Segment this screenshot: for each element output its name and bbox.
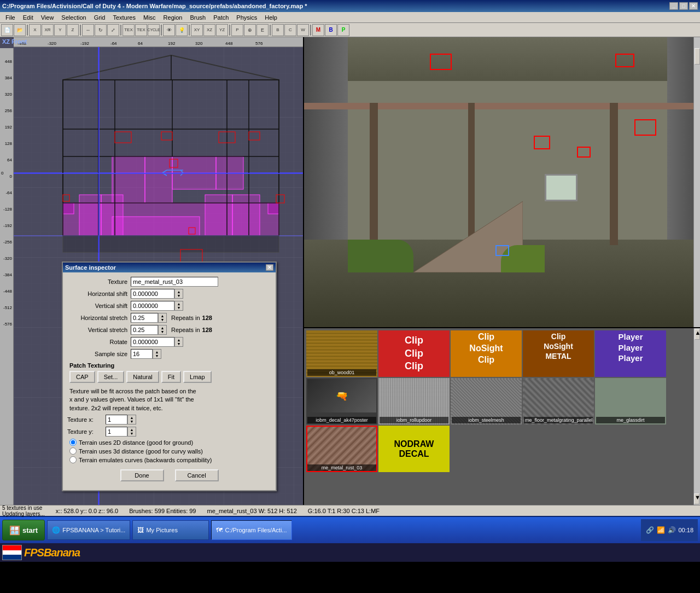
texture-clip[interactable]: ClipClipClip	[378, 330, 450, 377]
si-vshift-input[interactable]: 0.000000	[131, 301, 174, 311]
clip-nosight-text: ClipNoSightClip	[452, 332, 521, 365]
menu-patch[interactable]: Patch	[210, 14, 232, 21]
si-texx-input[interactable]: 1	[106, 415, 127, 425]
menu-help[interactable]: Help	[261, 14, 281, 21]
texture-metal-rust-03[interactable]: me_metal_rust_03	[306, 426, 377, 472]
si-lmap-button[interactable]: Lmap	[183, 371, 212, 383]
si-rotate-spin-btn[interactable]: ▲▼	[174, 337, 183, 347]
menu-file[interactable]: File	[2, 14, 19, 21]
toolbar-xy[interactable]: XY	[191, 24, 203, 36]
menu-misc[interactable]: Misc	[140, 14, 159, 21]
toolbar-brush[interactable]: B	[272, 24, 284, 36]
si-fit-button[interactable]: Fit	[161, 371, 181, 383]
si-hshift-spin-btn[interactable]: ▲▼	[174, 289, 183, 299]
texture-glassdirt[interactable]: me_glassdirt	[595, 378, 666, 425]
texture-ak47[interactable]: 🔫 iobm_decal_ak47poster	[306, 378, 377, 425]
fps-logo: FPSBanana	[2, 545, 80, 560]
toolbar-tex[interactable]: TEX	[122, 24, 135, 36]
menu-edit[interactable]: Edit	[20, 14, 37, 21]
toolbar-clip[interactable]: C	[284, 24, 296, 36]
minimize-button[interactable]: _	[669, 2, 678, 10]
menu-region[interactable]: Region	[160, 14, 186, 21]
si-radio1[interactable]	[69, 439, 77, 446]
toolbar-yz[interactable]: YZ	[216, 24, 228, 36]
scrollbar-arrow-down-texture[interactable]: ▼	[694, 493, 699, 504]
si-hstretch-spin-btn[interactable]: ▲▼	[158, 313, 167, 323]
taskbar-pictures[interactable]: 🖼 My Pictures	[132, 520, 209, 540]
toolbar-new[interactable]: 📄	[1, 24, 13, 36]
si-texy-input[interactable]: 1	[106, 427, 127, 437]
texture-clip-nosight-metal[interactable]: ClipNoSightMETAL	[523, 330, 594, 377]
si-done-button[interactable]: Done	[120, 469, 164, 481]
menu-view[interactable]: View	[38, 14, 57, 21]
toolbar-open[interactable]: 📂	[14, 24, 26, 36]
toolbar-p2[interactable]: P	[337, 24, 349, 36]
si-set-button[interactable]: Set...	[97, 371, 125, 383]
si-cap-button[interactable]: CAP	[69, 371, 95, 383]
si-samplesize-input[interactable]: 16	[131, 349, 153, 359]
si-hshift-input[interactable]: 0.000000	[131, 289, 174, 299]
si-rotate-input[interactable]: 0.000000	[131, 337, 174, 347]
si-cancel-button[interactable]: Cancel	[175, 469, 219, 481]
si-texture-input[interactable]	[131, 277, 218, 287]
si-patch-buttons: CAP Set... Natural Fit Lmap	[67, 371, 271, 383]
toolbar-patch[interactable]: P	[231, 24, 243, 36]
menu-physics[interactable]: Physics	[233, 14, 260, 21]
si-vstretch-input[interactable]: 0.25	[131, 325, 158, 335]
toolbar-entity[interactable]: E	[256, 24, 269, 36]
toolbar-z[interactable]: Z	[67, 24, 79, 36]
si-vstretch-spin: 0.25 ▲▼	[131, 325, 167, 335]
texture-metalgrating[interactable]: me_floor_metalgrating_parallel	[523, 378, 594, 425]
si-texx-spin-btn[interactable]: ▲▼	[127, 415, 136, 425]
taskbar-fpsbanana[interactable]: 🌐 FPSBANANA > Tutori...	[47, 520, 130, 540]
toolbar-light[interactable]: 💡	[176, 24, 188, 36]
scrollbar-3d-v[interactable]	[693, 37, 700, 327]
toolbar-b2[interactable]: B	[325, 24, 337, 36]
texture-nosight-player[interactable]: PlayerPlayerPlayer	[595, 330, 666, 377]
si-texy-spin-btn[interactable]: ▲▼	[127, 427, 136, 437]
toolbar-camera[interactable]: 👁	[163, 24, 175, 36]
toolbar-scale[interactable]: ⤢	[107, 24, 119, 36]
maximize-button[interactable]: □	[679, 2, 688, 10]
texture-rollupdoor[interactable]: iobm_rollupdoor	[378, 378, 450, 425]
selection-box-3	[534, 136, 550, 149]
menu-grid[interactable]: Grid	[91, 14, 109, 21]
taskbar-radiant[interactable]: 🗺 C:/Program Files/Acti...	[211, 520, 291, 540]
si-radio2[interactable]	[69, 447, 77, 455]
viewport-3d[interactable]	[304, 37, 700, 327]
si-radio3[interactable]	[69, 456, 77, 463]
menu-selection[interactable]: Selection	[58, 14, 89, 21]
scrollbar-arrow-up-texture[interactable]: ▲	[695, 329, 700, 340]
texture-label-metalgrating: me_floor_metalgrating_parallel	[524, 417, 593, 423]
texture-nodraw[interactable]: NODRAWDECAL	[378, 426, 450, 472]
close-button[interactable]: ✕	[689, 2, 698, 10]
toolbar-rotate[interactable]: ↻	[95, 24, 107, 36]
scrollbar-texture-v[interactable]: ▲ ▼	[693, 328, 700, 505]
toolbar-x[interactable]: X	[29, 24, 41, 36]
si-hstretch-input[interactable]: 0.25	[131, 313, 158, 323]
texture-clip-nosight[interactable]: ClipNoSightClip	[451, 330, 522, 377]
toolbar-connect[interactable]: ⊕	[244, 24, 256, 36]
selection-box-1	[430, 54, 452, 70]
toolbar-move[interactable]: ↔	[82, 24, 94, 36]
scrollbar-thumb-3d[interactable]	[695, 48, 700, 65]
texture-steelmesh[interactable]: iobm_steelmesh	[451, 378, 522, 425]
start-button[interactable]: 🪟 start	[2, 520, 45, 540]
toolbar-tex2[interactable]: TEX	[135, 24, 147, 36]
toolbar-weld[interactable]: W	[297, 24, 309, 36]
menu-brush[interactable]: Brush	[186, 14, 209, 21]
si-h-repeats-value: 128	[202, 315, 212, 321]
toolbar-cycle[interactable]: CYCLE	[148, 24, 160, 36]
toolbar-m[interactable]: M	[312, 24, 324, 36]
window	[545, 174, 578, 201]
si-vstretch-spin-btn[interactable]: ▲▼	[158, 325, 167, 335]
toolbar-xr[interactable]: XR	[42, 24, 54, 36]
toolbar-xz[interactable]: XZ	[203, 24, 215, 36]
si-samplesize-spin-btn[interactable]: ▲▼	[153, 349, 161, 359]
toolbar-y[interactable]: Y	[54, 24, 66, 36]
si-vshift-spin-btn[interactable]: ▲▼	[174, 301, 183, 311]
si-natural-button[interactable]: Natural	[126, 371, 159, 383]
menu-textures[interactable]: Textures	[109, 14, 139, 21]
si-close-button[interactable]: ✕	[266, 264, 273, 271]
texture-ob_wood01[interactable]: ob_wood01	[306, 330, 377, 377]
